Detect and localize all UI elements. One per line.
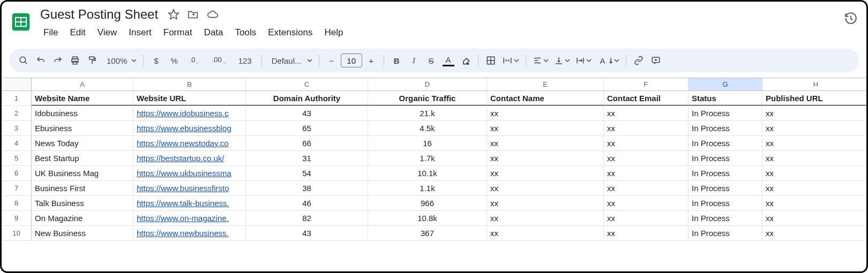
cell-H9[interactable]: xx <box>762 211 868 225</box>
cell-G3[interactable]: In Process <box>689 121 762 135</box>
redo-button[interactable] <box>50 52 66 69</box>
col-header-F[interactable]: F <box>604 78 689 90</box>
cell-G10[interactable]: In Process <box>689 226 762 240</box>
borders-button[interactable] <box>483 52 499 69</box>
cell-D1[interactable]: Organic Traffic <box>368 91 487 105</box>
text-rotation-button[interactable]: A <box>595 52 622 69</box>
font-size-input[interactable]: 10 <box>341 54 362 67</box>
text-color-button[interactable]: A <box>440 52 457 69</box>
bold-button[interactable]: B <box>388 52 405 69</box>
cell-H10[interactable]: xx <box>762 226 868 240</box>
cell-B7[interactable]: https://www.businessfirsto <box>133 181 246 195</box>
cell-E6[interactable]: xx <box>487 166 604 180</box>
cell-E5[interactable]: xx <box>487 151 604 165</box>
sheets-logo[interactable] <box>10 8 32 36</box>
zoom-dropdown[interactable]: 100% <box>101 52 139 69</box>
cell-C2[interactable]: 43 <box>246 106 368 120</box>
decrease-font-size-button[interactable]: − <box>324 52 340 69</box>
cell-E10[interactable]: xx <box>487 226 604 240</box>
cell-G9[interactable]: In Process <box>689 211 762 225</box>
col-header-B[interactable]: B <box>133 78 246 90</box>
cell-C4[interactable]: 66 <box>246 136 368 150</box>
col-header-D[interactable]: D <box>368 78 487 90</box>
cell-H4[interactable]: xx <box>762 136 868 150</box>
cell-D9[interactable]: 10.8k <box>368 211 487 225</box>
cell-E2[interactable]: xx <box>487 106 604 120</box>
row-header-3[interactable]: 3 <box>2 121 32 135</box>
vertical-align-button[interactable] <box>552 52 572 69</box>
insert-link-button[interactable] <box>631 52 647 69</box>
row-header-4[interactable]: 4 <box>2 136 32 150</box>
cell-E8[interactable]: xx <box>487 196 604 210</box>
cell-F1[interactable]: Contact Email <box>604 91 689 105</box>
cell-B3[interactable]: https://www.ebusinessblog <box>133 121 246 135</box>
cell-A3[interactable]: Ebusiness <box>32 121 133 135</box>
star-icon[interactable] <box>168 9 179 20</box>
font-dropdown[interactable]: Defaul... <box>266 52 315 69</box>
cell-B6[interactable]: https://www.ukbusinessma <box>133 166 246 180</box>
paint-format-button[interactable] <box>84 52 100 69</box>
col-header-H[interactable]: H <box>762 78 868 90</box>
col-header-C[interactable]: C <box>246 78 368 90</box>
percent-button[interactable]: % <box>165 52 183 69</box>
cell-H2[interactable]: xx <box>762 106 868 120</box>
cell-F7[interactable]: xx <box>604 181 689 195</box>
cell-H8[interactable]: xx <box>762 196 868 210</box>
print-button[interactable] <box>67 52 83 69</box>
cell-C8[interactable]: 46 <box>246 196 368 210</box>
fill-color-button[interactable] <box>458 52 474 69</box>
menu-file[interactable]: File <box>38 25 63 40</box>
decrease-decimal-button[interactable]: .0← <box>184 52 206 69</box>
cell-D5[interactable]: 1.7k <box>368 151 487 165</box>
col-header-E[interactable]: E <box>487 78 604 90</box>
cell-B1[interactable]: Website URL <box>133 91 246 105</box>
cell-C3[interactable]: 65 <box>246 121 368 135</box>
cell-E9[interactable]: xx <box>487 211 604 225</box>
menu-tools[interactable]: Tools <box>230 25 262 40</box>
cell-A10[interactable]: New Business <box>32 226 133 240</box>
cell-B10[interactable]: https://www.newbusiness. <box>133 226 246 240</box>
cell-C10[interactable]: 43 <box>246 226 368 240</box>
cell-G7[interactable]: In Process <box>689 181 762 195</box>
menu-edit[interactable]: Edit <box>64 25 91 40</box>
cell-A5[interactable]: Best Startup <box>32 151 133 165</box>
cell-E1[interactable]: Contact Name <box>487 91 604 105</box>
cell-D10[interactable]: 367 <box>368 226 487 240</box>
cell-A1[interactable]: Website Name <box>32 91 133 105</box>
col-header-G[interactable]: G <box>689 78 762 90</box>
text-wrap-button[interactable] <box>573 52 594 69</box>
cell-H1[interactable]: Published URL <box>762 91 868 105</box>
cell-C5[interactable]: 31 <box>246 151 368 165</box>
row-header-7[interactable]: 7 <box>2 181 32 195</box>
more-formats-button[interactable]: 123 <box>233 52 257 69</box>
cell-F3[interactable]: xx <box>604 121 689 135</box>
col-header-A[interactable]: A <box>32 78 133 90</box>
cell-G1[interactable]: Status <box>689 91 762 105</box>
document-title[interactable]: Guest Posting Sheet <box>38 6 160 23</box>
cell-D2[interactable]: 21.k <box>368 106 487 120</box>
cell-G2[interactable]: In Process <box>689 106 762 120</box>
cell-A7[interactable]: Business First <box>32 181 133 195</box>
cell-A8[interactable]: Talk Business <box>32 196 133 210</box>
cloud-status-icon[interactable] <box>206 9 219 20</box>
menu-format[interactable]: Format <box>158 25 198 40</box>
row-header-6[interactable]: 6 <box>2 166 32 180</box>
cell-B9[interactable]: https://www.on-magazine. <box>133 211 246 225</box>
cell-B4[interactable]: https://www.newstoday.co <box>133 136 246 150</box>
merge-cells-button[interactable] <box>500 52 521 69</box>
cell-A4[interactable]: News Today <box>32 136 133 150</box>
cell-B8[interactable]: https://www.talk-business. <box>133 196 246 210</box>
cell-C1[interactable]: Domain Authority <box>246 91 368 105</box>
menu-help[interactable]: Help <box>319 25 348 40</box>
cell-F4[interactable]: xx <box>604 136 689 150</box>
row-header-10[interactable]: 10 <box>2 226 32 240</box>
cell-G4[interactable]: In Process <box>689 136 762 150</box>
cell-B5[interactable]: https://beststartup.co.uk/ <box>133 151 246 165</box>
increase-decimal-button[interactable]: .00→ <box>207 52 232 69</box>
cell-C6[interactable]: 54 <box>246 166 368 180</box>
cell-G6[interactable]: In Process <box>689 166 762 180</box>
history-icon[interactable] <box>844 11 858 25</box>
row-header-8[interactable]: 8 <box>2 196 32 210</box>
select-all-corner[interactable] <box>2 78 32 90</box>
menu-extensions[interactable]: Extensions <box>263 25 318 40</box>
